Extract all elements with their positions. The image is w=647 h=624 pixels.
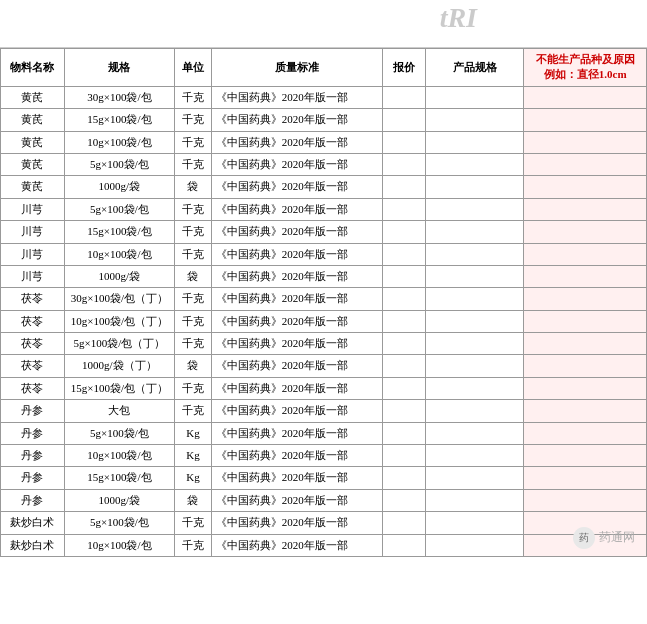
top-bar: tRI bbox=[0, 0, 647, 48]
cell-price bbox=[383, 198, 426, 220]
cell-price bbox=[383, 310, 426, 332]
cell-unit: 千克 bbox=[175, 243, 212, 265]
cell-spec: 30g×100袋/包 bbox=[64, 86, 174, 108]
cell-quality: 《中国药典》2020年版一部 bbox=[211, 310, 383, 332]
table-row: 丹参1000g/袋袋《中国药典》2020年版一部 bbox=[1, 489, 647, 511]
cell-unit: Kg bbox=[175, 467, 212, 489]
cell-name: 黄芪 bbox=[1, 86, 65, 108]
cell-product bbox=[426, 333, 524, 355]
cell-cannot bbox=[524, 467, 647, 489]
table-row: 黄芪1000g/袋袋《中国药典》2020年版一部 bbox=[1, 176, 647, 198]
cell-cannot bbox=[524, 445, 647, 467]
header-quality: 质量标准 bbox=[211, 49, 383, 87]
cell-quality: 《中国药典》2020年版一部 bbox=[211, 198, 383, 220]
cell-price bbox=[383, 422, 426, 444]
cell-cannot bbox=[524, 489, 647, 511]
table-row: 川芎5g×100袋/包千克《中国药典》2020年版一部 bbox=[1, 198, 647, 220]
cell-product bbox=[426, 355, 524, 377]
cell-product bbox=[426, 445, 524, 467]
cell-spec: 5g×100袋/包 bbox=[64, 422, 174, 444]
cell-cannot bbox=[524, 221, 647, 243]
cell-cannot bbox=[524, 109, 647, 131]
header-unit: 单位 bbox=[175, 49, 212, 87]
cell-product bbox=[426, 534, 524, 556]
cell-unit: 千克 bbox=[175, 333, 212, 355]
watermark-logo: 药 bbox=[573, 527, 595, 549]
cell-product bbox=[426, 422, 524, 444]
table-row: 茯苓10g×100袋/包（丁）千克《中国药典》2020年版一部 bbox=[1, 310, 647, 332]
cell-cannot bbox=[524, 198, 647, 220]
table-row: 黄芪15g×100袋/包千克《中国药典》2020年版一部 bbox=[1, 109, 647, 131]
table-row: 川芎1000g/袋袋《中国药典》2020年版一部 bbox=[1, 265, 647, 287]
table-row: 黄芪10g×100袋/包千克《中国药典》2020年版一部 bbox=[1, 131, 647, 153]
cell-cannot bbox=[524, 86, 647, 108]
cell-product bbox=[426, 310, 524, 332]
cell-price bbox=[383, 534, 426, 556]
cell-quality: 《中国药典》2020年版一部 bbox=[211, 221, 383, 243]
cell-unit: 千克 bbox=[175, 131, 212, 153]
table-row: 麸炒白术5g×100袋/包千克《中国药典》2020年版一部 bbox=[1, 512, 647, 534]
cell-quality: 《中国药典》2020年版一部 bbox=[211, 355, 383, 377]
cell-product bbox=[426, 221, 524, 243]
cell-spec: 1000g/袋（丁） bbox=[64, 355, 174, 377]
cell-product bbox=[426, 377, 524, 399]
page-wrapper: tRI 物料名称 规格 单位 质量标准 报价 产品规格 bbox=[0, 0, 647, 557]
cell-spec: 5g×100袋/包（丁） bbox=[64, 333, 174, 355]
cell-quality: 《中国药典》2020年版一部 bbox=[211, 153, 383, 175]
cell-quality: 《中国药典》2020年版一部 bbox=[211, 400, 383, 422]
cell-quality: 《中国药典》2020年版一部 bbox=[211, 333, 383, 355]
cell-name: 麸炒白术 bbox=[1, 512, 65, 534]
cell-price bbox=[383, 333, 426, 355]
cell-price bbox=[383, 445, 426, 467]
table-row: 川芎15g×100袋/包千克《中国药典》2020年版一部 bbox=[1, 221, 647, 243]
cell-price bbox=[383, 400, 426, 422]
cell-name: 茯苓 bbox=[1, 377, 65, 399]
cell-name: 茯苓 bbox=[1, 333, 65, 355]
cell-spec: 1000g/袋 bbox=[64, 176, 174, 198]
cell-spec: 15g×100袋/包 bbox=[64, 109, 174, 131]
cell-quality: 《中国药典》2020年版一部 bbox=[211, 109, 383, 131]
cell-quality: 《中国药典》2020年版一部 bbox=[211, 243, 383, 265]
cell-spec: 15g×100袋/包 bbox=[64, 467, 174, 489]
table-row: 丹参15g×100袋/包Kg《中国药典》2020年版一部 bbox=[1, 467, 647, 489]
table-row: 麸炒白术10g×100袋/包千克《中国药典》2020年版一部 bbox=[1, 534, 647, 556]
cell-spec: 10g×100袋/包（丁） bbox=[64, 310, 174, 332]
cell-quality: 《中国药典》2020年版一部 bbox=[211, 86, 383, 108]
cell-name: 丹参 bbox=[1, 445, 65, 467]
cell-price bbox=[383, 355, 426, 377]
cell-spec: 5g×100袋/包 bbox=[64, 198, 174, 220]
table-row: 丹参5g×100袋/包Kg《中国药典》2020年版一部 bbox=[1, 422, 647, 444]
cell-product bbox=[426, 109, 524, 131]
cell-quality: 《中国药典》2020年版一部 bbox=[211, 467, 383, 489]
cell-product bbox=[426, 86, 524, 108]
table-container: 物料名称 规格 单位 质量标准 报价 产品规格 不能生产品种及原因 例如：直径1… bbox=[0, 48, 647, 557]
cell-spec: 5g×100袋/包 bbox=[64, 153, 174, 175]
cell-cannot bbox=[524, 400, 647, 422]
cell-cannot bbox=[524, 265, 647, 287]
cell-spec: 5g×100袋/包 bbox=[64, 512, 174, 534]
cell-name: 茯苓 bbox=[1, 288, 65, 310]
cell-quality: 《中国药典》2020年版一部 bbox=[211, 512, 383, 534]
cell-spec: 10g×100袋/包 bbox=[64, 534, 174, 556]
cell-price bbox=[383, 377, 426, 399]
cell-quality: 《中国药典》2020年版一部 bbox=[211, 534, 383, 556]
cell-unit: 千克 bbox=[175, 400, 212, 422]
cell-spec: 15g×100袋/包（丁） bbox=[64, 377, 174, 399]
cell-price bbox=[383, 467, 426, 489]
cell-name: 黄芪 bbox=[1, 176, 65, 198]
cell-cannot bbox=[524, 310, 647, 332]
cell-price bbox=[383, 86, 426, 108]
cell-price bbox=[383, 221, 426, 243]
cell-quality: 《中国药典》2020年版一部 bbox=[211, 265, 383, 287]
cell-unit: 千克 bbox=[175, 198, 212, 220]
cell-name: 川芎 bbox=[1, 221, 65, 243]
cell-price bbox=[383, 153, 426, 175]
cell-spec: 大包 bbox=[64, 400, 174, 422]
table-row: 茯苓1000g/袋（丁）袋《中国药典》2020年版一部 bbox=[1, 355, 647, 377]
cell-name: 丹参 bbox=[1, 489, 65, 511]
cell-unit: 千克 bbox=[175, 221, 212, 243]
cell-unit: 千克 bbox=[175, 534, 212, 556]
cell-name: 川芎 bbox=[1, 243, 65, 265]
cell-product bbox=[426, 176, 524, 198]
table-row: 黄芪30g×100袋/包千克《中国药典》2020年版一部 bbox=[1, 86, 647, 108]
